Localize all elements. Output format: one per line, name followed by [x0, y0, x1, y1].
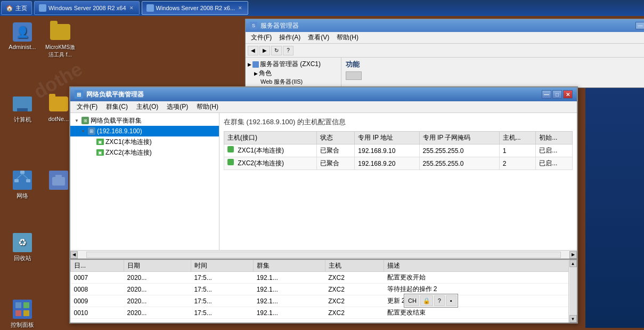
- log-scroll-track[interactable]: [569, 267, 577, 315]
- log-row-0010[interactable]: 0010 2020... 17:5... 192.1... ZXC2 配置更改结…: [71, 307, 577, 319]
- host1-mask: 255.255.255.0: [419, 144, 499, 157]
- taskbar-home-tab[interactable]: 🏠 主页: [1, 1, 32, 15]
- sm-menu-action[interactable]: 操作(A): [276, 32, 304, 43]
- server-manager-title-bar[interactable]: S 服务器管理器 —: [246, 19, 644, 32]
- sm-forward-btn[interactable]: ▶: [259, 46, 270, 55]
- tab-close-2[interactable]: ✕: [237, 5, 243, 11]
- host2-status: 已聚合: [316, 157, 355, 170]
- dotne-folder-icon: [49, 96, 68, 111]
- host1-name: ZXC1(本地连接): [224, 144, 317, 157]
- nlb-tree-panel: ▼ ⊞ 网络负载平衡群集 ▼ ⊞ (192.168.9.100): [70, 113, 219, 250]
- desktop-icon-recycle[interactable]: ♻ 回收站: [5, 232, 39, 262]
- dotne-label: dotNe...: [48, 116, 69, 122]
- log-date-0007: 2020...: [124, 272, 191, 284]
- float-misc-btn[interactable]: ▪: [446, 295, 456, 306]
- nlb-menu-options[interactable]: 选项(P): [162, 101, 192, 112]
- nlb-menu-host[interactable]: 主机(O): [132, 101, 162, 112]
- sm-tree-iis[interactable]: Web 服务器(IIS): [248, 78, 339, 86]
- log-scroll-up[interactable]: ▲: [569, 260, 577, 267]
- sm-menu-help[interactable]: 帮助(H): [333, 32, 362, 43]
- taskbar-win2008-2-tab[interactable]: Windows Server 2008 R2 x6... ✕: [142, 1, 249, 15]
- log-scroll-down[interactable]: ▼: [569, 315, 577, 323]
- tree-root-expand[interactable]: ▼: [72, 116, 81, 125]
- taskbar: 🏠 主页 Windows Server 2008 R2 x64 ✕ Window…: [0, 0, 644, 16]
- nlb-title-bar[interactable]: ⊞ 网络负载平衡管理器 — □ ✕: [70, 87, 577, 101]
- server-manager-window: S 服务器管理器 — 文件(F) 操作(A) 查看(V) 帮助(H) ◀ ▶ ↻…: [245, 19, 644, 88]
- log-row-0007[interactable]: 0007 2020... 17:5... 192.1... ZXC2 配置更改开…: [71, 272, 577, 284]
- nlb-close-btn[interactable]: ✕: [563, 90, 573, 99]
- float-toolbar: CH 🔒 ? ▪: [404, 294, 458, 308]
- sm-right-icon: [346, 71, 362, 80]
- log-date-0008: 2020...: [124, 284, 191, 295]
- host2-mask: 255.255.255.0: [419, 157, 499, 170]
- nlb-content-panel: 在群集 (192.168.9.100) 的主机配置信息 主机(接口) 状态 专用…: [219, 113, 577, 250]
- recycle-icon: ♻: [13, 233, 32, 252]
- nlb-horizontal-scroll[interactable]: ◀ ▶: [70, 250, 577, 259]
- desktop-icon-control[interactable]: 控制面板: [5, 299, 39, 329]
- server-manager-content: ▶ 服务器管理器 (ZXC1) ▶ 角色 Web 服务器(IIS) 功能: [246, 58, 644, 87]
- nlb-log-panel: 日... 日期 时间 群集 主机 描述 0007 2020... 17:5...…: [70, 259, 577, 323]
- host-row-2[interactable]: ZXC2(本地连接) 已聚合 192.168.9.20 255.255.255.…: [224, 157, 573, 170]
- svg-line-3: [17, 174, 22, 179]
- sm-tree-iis-label: Web 服务器(IIS): [260, 78, 303, 86]
- log-col-cluster: 群集: [254, 260, 325, 272]
- nlb-menu-file[interactable]: 文件(F): [72, 101, 102, 112]
- tab-close-1[interactable]: ✕: [128, 5, 135, 11]
- desktop-icon-microkms[interactable]: MicroKMS激活工具 f...: [42, 21, 79, 59]
- tree-cluster-label: (192.168.9.100): [97, 127, 142, 135]
- tree-cluster[interactable]: ▼ ⊞ (192.168.9.100): [70, 126, 219, 136]
- tree-host-1[interactable]: ▣ ZXC1(本地连接): [70, 136, 219, 147]
- server-manager-controls: —: [635, 22, 644, 29]
- log-scrollbar[interactable]: ▲ ▼: [568, 260, 577, 323]
- host2-icon: ▣: [96, 149, 104, 156]
- sm-tree-roles-label: 角色: [259, 69, 272, 78]
- microkms-label: MicroKMS激活工具 f...: [45, 44, 75, 59]
- hscroll-left-arrow[interactable]: ◀: [70, 251, 78, 259]
- float-ch-btn[interactable]: CH: [405, 295, 419, 306]
- sm-menu-view[interactable]: 查看(V): [305, 32, 332, 43]
- tree-host-2[interactable]: ▣ ZXC2(本地连接): [70, 147, 219, 158]
- log-id-0008: 0008: [71, 284, 124, 295]
- log-row-0009[interactable]: 0009 2020... 17:5... 192.1... ZXC2 更新 2 …: [71, 295, 577, 307]
- server-manager-minimize[interactable]: —: [635, 22, 644, 29]
- server-manager-toolbar: ◀ ▶ ↻ ?: [246, 44, 644, 58]
- log-cluster-0008: 192.1...: [254, 284, 325, 295]
- server-manager-icon: S: [250, 22, 257, 29]
- svg-rect-6: [55, 175, 62, 178]
- col-initial: 初始...: [536, 132, 573, 144]
- nlb-minimize-btn[interactable]: —: [542, 90, 551, 99]
- float-help-btn[interactable]: ?: [434, 295, 445, 306]
- tree-root[interactable]: ▼ ⊞ 网络负载平衡群集: [70, 115, 219, 126]
- sm-help-btn[interactable]: ?: [283, 46, 294, 55]
- sm-back-btn[interactable]: ◀: [248, 46, 258, 55]
- col-host-id: 主机...: [499, 132, 536, 144]
- nlb-menu-cluster[interactable]: 群集(C): [102, 101, 132, 112]
- log-col-host: 主机: [325, 260, 384, 272]
- svg-rect-2: [26, 179, 30, 182]
- hscroll-track[interactable]: [86, 252, 561, 258]
- host1-status-icon: [227, 146, 234, 152]
- sm-menu-file[interactable]: 文件(F): [248, 32, 275, 43]
- nlb-window-icon: ⊞: [75, 90, 83, 99]
- computer-icon: [13, 96, 32, 111]
- sm-refresh-btn[interactable]: ↻: [271, 46, 282, 55]
- host1-status: 已聚合: [316, 144, 355, 157]
- hscroll-right-arrow[interactable]: ▶: [569, 251, 577, 259]
- col-status: 状态: [316, 132, 355, 144]
- tree-cluster-expand[interactable]: ▼: [79, 127, 87, 135]
- log-cluster-0010: 192.1...: [254, 307, 325, 319]
- desktop-icon-admin[interactable]: 👤 Administ...: [5, 21, 39, 50]
- nlb-restore-btn[interactable]: □: [552, 90, 562, 99]
- nlb-window-title: 网络负载平衡管理器: [86, 90, 144, 99]
- taskbar-win2008-1-tab[interactable]: Windows Server 2008 R2 x64 ✕: [34, 1, 140, 15]
- nlb-menu-bar: 文件(F) 群集(C) 主机(O) 选项(P) 帮助(H): [70, 101, 577, 113]
- sm-tree-roles[interactable]: ▶ 角色: [248, 69, 339, 78]
- sm-tree-root[interactable]: ▶ 服务器管理器 (ZXC1): [248, 60, 339, 69]
- desktop-icon-computer[interactable]: 计算机: [5, 93, 39, 124]
- float-lock-btn[interactable]: 🔒: [420, 295, 433, 306]
- log-time-0007: 17:5...: [191, 272, 253, 284]
- log-row-0008[interactable]: 0008 2020... 17:5... 192.1... ZXC2 等待挂起的…: [71, 284, 577, 295]
- desktop-icon-network[interactable]: 网络: [5, 170, 39, 200]
- nlb-menu-help[interactable]: 帮助(H): [192, 101, 223, 112]
- host-row-1[interactable]: ZXC1(本地连接) 已聚合 192.168.9.10 255.255.255.…: [224, 144, 573, 157]
